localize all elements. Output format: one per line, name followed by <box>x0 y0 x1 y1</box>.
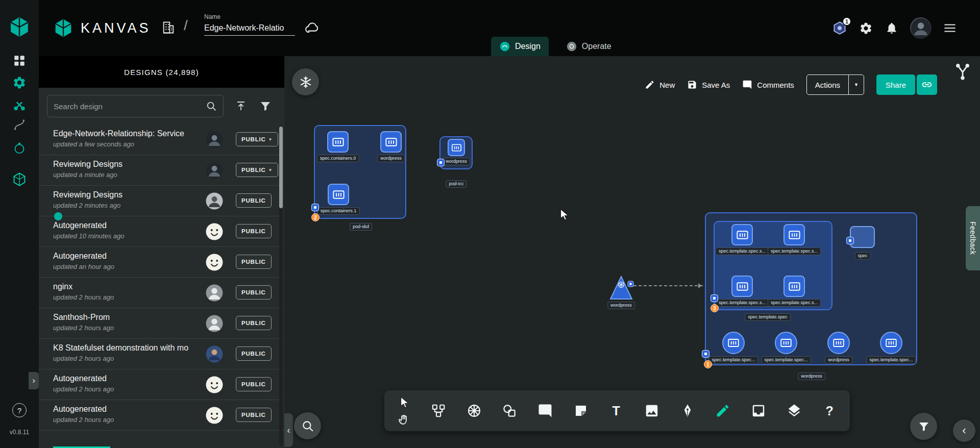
pod-group-node[interactable]: spec.containers.0 wordpress spec.contain… <box>314 125 406 219</box>
lifecycle-nav-button[interactable] <box>12 76 27 90</box>
dashboard-nav-button[interactable] <box>13 54 26 67</box>
actions-button[interactable]: Actions <box>807 75 848 94</box>
merge-branch-button[interactable] <box>954 63 971 82</box>
save-as-button[interactable]: Save As <box>687 80 730 90</box>
collapse-sidebar-button[interactable]: ‹ <box>284 413 293 447</box>
chevron-down-icon: ▼ <box>854 82 859 87</box>
tab-operate[interactable]: Operate <box>558 37 620 56</box>
scrollbar-track[interactable] <box>279 126 283 446</box>
shapes-tool-button[interactable] <box>500 402 519 420</box>
comments-button[interactable]: Comments <box>742 80 794 90</box>
image-tool-button[interactable] <box>643 402 661 420</box>
container-node[interactable] <box>731 224 753 245</box>
comment-tool-button[interactable] <box>536 402 554 420</box>
layers-tool-button[interactable] <box>785 402 803 420</box>
layers-icon <box>787 403 802 418</box>
kanvas-app: KANVAS / Name Design Operate 1 › ? v0.8. <box>0 0 980 448</box>
components-tool-button[interactable] <box>429 402 448 420</box>
extensions-hexagon-icon[interactable]: 1 <box>832 20 847 36</box>
container-node[interactable] <box>783 276 805 297</box>
design-list-item[interactable]: Autogenerated updated 2 hours ago PUBLIC <box>39 369 284 400</box>
container-circle-node[interactable] <box>775 332 797 354</box>
design-list-item[interactable]: Autogenerated updated 10 minutes ago PUB… <box>39 216 284 247</box>
design-canvas[interactable]: New Save As Comments Actions ▼ Share spe… <box>284 56 980 448</box>
share-button[interactable]: Share <box>876 74 915 95</box>
designs-panel: DESIGNS (24,898) Edge-Network-Relationsh… <box>39 56 284 448</box>
configuration-nav-button[interactable] <box>13 118 26 131</box>
toolbox-nav-button[interactable] <box>13 98 27 112</box>
drawer-tool-button[interactable] <box>749 402 768 420</box>
container-circle-node[interactable] <box>722 332 745 354</box>
import-design-button[interactable] <box>234 99 248 113</box>
service-triangle-icon <box>609 275 633 301</box>
expand-rail-button[interactable]: › <box>29 372 39 389</box>
component-source-button[interactable] <box>292 68 319 95</box>
designs-search-row <box>39 88 284 125</box>
left-icon-rail: › ? v0.8.11 <box>0 0 39 448</box>
cloud-sync-icon[interactable] <box>304 20 320 36</box>
container-node[interactable] <box>783 224 805 245</box>
design-title: Autogenerated <box>53 374 190 383</box>
design-list-item[interactable]: Autogenerated updated an hour ago PUBLIC <box>39 247 284 278</box>
zoom-button[interactable] <box>294 412 321 439</box>
container-node[interactable] <box>448 139 465 156</box>
designs-list: Edge-Network-Relationship: Service updat… <box>39 125 284 448</box>
feedback-tab[interactable]: Feedback <box>966 206 980 270</box>
design-list-item[interactable]: K8 Statefulset demonstration with mo upd… <box>39 339 284 369</box>
design-list-item[interactable]: Autogenerated updated 2 hours ago PUBLIC <box>39 400 284 431</box>
select-tool-button[interactable] <box>396 394 412 410</box>
pencil-tool-button[interactable] <box>714 402 732 420</box>
menu-button[interactable] <box>942 20 958 36</box>
tab-design[interactable]: Design <box>491 37 549 56</box>
service-node[interactable]: wordpress <box>609 275 633 303</box>
organization-icon[interactable] <box>161 20 176 35</box>
design-list-item[interactable]: Reviewing Designs updated 2 minutes ago … <box>39 186 284 216</box>
help-tool-button[interactable]: ? <box>820 402 839 420</box>
container-node[interactable] <box>328 184 349 205</box>
kubernetes-tool-button[interactable] <box>465 402 483 420</box>
new-button[interactable]: New <box>645 80 675 90</box>
search-input[interactable] <box>54 102 202 111</box>
template-group-node[interactable]: spec.template.spec.s... spec.template.sp… <box>714 221 832 310</box>
node-label: wordpress <box>443 158 470 165</box>
design-list-item[interactable]: Reviewing Designs updated a minute ago P… <box>39 155 284 186</box>
help-button[interactable]: ? <box>12 403 27 417</box>
filter-designs-button[interactable] <box>258 99 273 113</box>
container-node[interactable] <box>380 131 402 153</box>
design-title: Reviewing Designs <box>53 160 190 169</box>
container-circle-node[interactable] <box>827 332 850 354</box>
container-icon <box>885 336 898 350</box>
comment-icon <box>537 403 553 418</box>
settings-button[interactable] <box>858 20 873 36</box>
copy-link-button[interactable] <box>917 74 937 95</box>
deployment-group-node[interactable]: spec.template.spec.s... spec.template.sp… <box>705 212 917 365</box>
scrollbar-thumb[interactable] <box>279 127 283 208</box>
container-circle-node[interactable] <box>880 332 902 354</box>
container-node[interactable] <box>731 276 753 297</box>
container-node[interactable] <box>327 131 349 153</box>
visibility-badge[interactable]: PUBLIC▼ <box>236 163 278 177</box>
kanvas-home-logo[interactable] <box>8 16 31 38</box>
design-title: nginx <box>53 282 190 291</box>
note-tool-button[interactable] <box>572 402 590 420</box>
text-tool-button[interactable]: T <box>607 402 625 420</box>
design-name-input[interactable] <box>204 23 295 36</box>
filter-view-button[interactable] <box>910 413 937 440</box>
design-list-item[interactable]: Santhosh-Prom updated 2 hours ago PUBLIC <box>39 308 284 339</box>
visibility-badge[interactable]: PUBLIC▼ <box>236 132 278 146</box>
spec-node[interactable] <box>850 226 875 248</box>
visibility-badge: PUBLIC <box>236 224 272 238</box>
pen-tool-button[interactable] <box>678 402 697 420</box>
pod-single-node[interactable]: wordpress pod-icc <box>439 136 473 169</box>
collapse-dock-button[interactable]: ‹ <box>953 419 975 442</box>
design-list-item[interactable]: Edge-Network-Relationship: Service updat… <box>39 125 284 155</box>
avatar <box>205 376 224 394</box>
user-avatar[interactable] <box>910 17 932 39</box>
y-branch-icon <box>954 63 971 80</box>
kanvas-nav-button[interactable] <box>12 172 27 187</box>
actions-caret-button[interactable]: ▼ <box>848 75 864 94</box>
connections-nav-button[interactable] <box>13 141 27 155</box>
design-list-item[interactable]: nginx updated 2 hours ago PUBLIC <box>39 278 284 308</box>
notifications-bell-button[interactable] <box>884 20 899 36</box>
pan-tool-button[interactable] <box>396 411 412 428</box>
